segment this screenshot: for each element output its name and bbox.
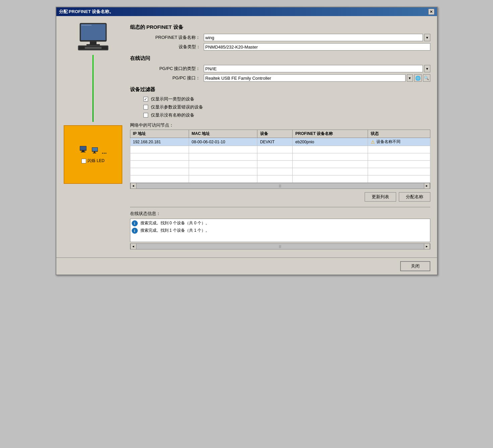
status-message-2: 搜索完成。找到 1 个设备（共 1 个）。 [140,228,210,233]
status-text: 设备名称不同 [376,139,400,145]
status-title: 在线状态信息： [130,211,430,217]
profinet-name-select-wrapper: wing ▼ [204,34,430,41]
pgpc-interface-dropdown-btn[interactable]: ▼ [407,74,413,82]
close-button[interactable]: 关闭 [400,261,430,271]
profinet-name-row: PROFINET 设备名称： wing ▼ [130,34,430,41]
device-type-value: PNMD485/232-K20-Master [204,43,430,51]
interface-type-select[interactable]: PN/IE [204,65,423,72]
status-message-1: 搜索完成。找到 0 个设备（共 0 个）。 [140,220,210,226]
search-icon: 🔍 [424,76,429,80]
table-scrollbar: ◄ ||| ► [130,183,430,189]
flash-led-label: 闪烁 LED [87,158,105,164]
svg-rect-10 [82,151,84,152]
table-row-empty [130,161,430,168]
svg-rect-4 [86,44,100,46]
close-window-button[interactable]: ✕ [428,9,434,15]
node-table-title: 网络中的可访问节点： [130,122,430,128]
table-row-empty [130,175,430,183]
configured-device-title: 组态的 PROFINET 设备 [130,24,430,30]
node-table: IP 地址 MAC 地址 设备 PROFINET 设备名称 状态 192.168… [130,130,430,183]
col-mac: MAC 地址 [189,130,257,138]
pgpc-interface-select[interactable]: Realtek USB FE Family Controller [204,74,406,82]
filter2-label: 仅显示参数设置错误的设备 [151,104,203,110]
flash-led-checkbox[interactable] [81,159,86,163]
interface-type-row: PG/PC 接口的类型： PN/IE ▼ [130,65,430,72]
filter3-checkbox[interactable] [143,113,148,118]
cell-status: ⚠ 设备名称不同 [368,138,430,146]
table-row-empty [130,146,430,153]
status-list: i 搜索完成。找到 0 个设备（共 0 个）。 i 搜索完成。找到 1 个设备（… [130,219,430,242]
device-filter-title: 设备过滤器 [130,86,430,93]
svg-rect-15 [93,153,96,153]
cell-mac: 08-00-06-02-01-10 [189,138,257,146]
status-scrollbar: ◄ ||| ► [130,243,430,249]
svg-rect-1 [81,24,106,40]
scroll-track[interactable]: ||| [136,183,424,189]
interface-type-label: PG/PC 接口的类型： [130,66,204,72]
filter2-checkbox[interactable] [143,105,148,109]
info-icon-1: i [132,220,138,226]
scroll-right-btn[interactable]: ► [424,183,430,189]
interface-type-select-wrapper: PN/IE ▼ [204,65,430,72]
device-filter-section: 设备过滤器 仅显示同一类型的设备 仅显示参数设置错误的设备 仅显示没有名称的设备 [130,86,430,118]
filter1-label: 仅显示同一类型的设备 [151,96,194,102]
table-row-empty [130,168,430,175]
scroll-left-btn[interactable]: ◄ [130,183,136,189]
table-row-empty [130,153,430,161]
right-panel: 组态的 PROFINET 设备 PROFINET 设备名称： wing ▼ 设备… [130,21,430,252]
device-type-row: 设备类型： PNMD485/232-K20-Master [130,43,430,51]
globe-icon: 🌐 [415,76,421,81]
interface-type-dropdown-btn[interactable]: ▼ [424,65,430,72]
main-content: ... 闪烁 LED 组态的 PROFINET 设备 PROFINET 设备名称… [56,16,437,257]
filter1-row: 仅显示同一类型的设备 [130,96,430,102]
svg-rect-7 [85,47,102,49]
globe-icon-btn[interactable]: 🌐 [414,74,422,82]
status-scroll-right-btn[interactable]: ► [424,243,430,249]
cell-ip: 192.168.20.181 [130,138,189,146]
title-bar: 分配 PROFINET 设备名称。 ✕ [56,7,437,16]
status-scroll-left-btn[interactable]: ◄ [130,243,136,249]
device-box: ... 闪烁 LED [64,125,122,184]
svg-rect-14 [94,152,95,153]
pgpc-interface-row: PG/PC 接口： Realtek USB FE Family Controll… [130,74,430,82]
info-icon-2: i [132,228,138,234]
action-buttons-row: 更新列表 分配名称 [130,192,430,202]
profinet-name-label: PROFINET 设备名称： [130,34,204,41]
col-profinet-name: PROFINET 设备名称 [293,130,368,138]
assign-button[interactable]: 分配名称 [399,192,430,202]
profinet-name-dropdown-btn[interactable]: ▼ [424,34,430,41]
pgpc-interface-select-wrapper: Realtek USB FE Family Controller ▼ 🌐 🔍 [204,74,430,82]
node-table-section: 网络中的可访问节点： IP 地址 MAC 地址 设备 PROFINET 设备名称… [130,122,430,189]
table-header-row: IP 地址 MAC 地址 设备 PROFINET 设备名称 状态 [130,130,430,138]
cell-device: DEVKIT [257,138,293,146]
svg-rect-11 [81,152,85,152]
connection-line [93,55,94,122]
filter3-row: 仅显示没有名称的设备 [130,112,430,118]
warning-icon: ⚠ [371,139,375,145]
table-row[interactable]: 192.168.20.181 08-00-06-02-01-10 DEVKIT … [130,138,430,146]
col-device: 设备 [257,130,293,138]
svg-rect-2 [81,25,91,25]
pgpc-interface-label: PG/PC 接口： [130,75,204,81]
left-panel: ... 闪烁 LED [63,21,123,252]
computer-icon [75,21,112,52]
device-icons: ... [79,145,107,155]
svg-rect-9 [80,146,86,150]
window-title: 分配 PROFINET 设备名称。 [59,9,114,15]
status-scroll-track[interactable]: ||| [136,244,424,249]
refresh-button[interactable]: 更新列表 [365,192,396,202]
online-access-title: 在线访问 [130,55,430,62]
col-ip: IP 地址 [130,130,189,138]
search-icon-btn[interactable]: 🔍 [423,74,430,82]
filter2-row: 仅显示参数设置错误的设备 [130,104,430,110]
filter1-checkbox[interactable] [143,97,148,101]
device-type-label: 设备类型： [130,44,204,50]
col-status: 状态 [368,130,430,138]
flash-led-row: 闪烁 LED [81,158,105,164]
scroll-track-inner: ||| [279,184,281,188]
profinet-name-select[interactable]: wing [204,34,423,41]
status-section: 在线状态信息： i 搜索完成。找到 0 个设备（共 0 个）。 i 搜索完成。找… [130,207,430,249]
svg-rect-3 [90,42,97,44]
status-item-2: i 搜索完成。找到 1 个设备（共 1 个）。 [132,228,429,234]
status-warning: ⚠ 设备名称不同 [371,139,427,145]
